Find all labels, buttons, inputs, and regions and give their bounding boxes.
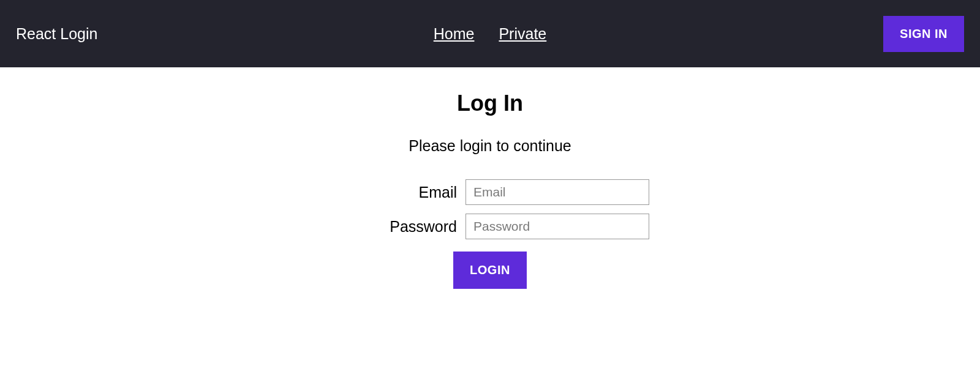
page-title: Log In: [457, 91, 523, 116]
main-content: Log In Please login to continue Email Pa…: [0, 67, 980, 289]
login-button[interactable]: LOGIN: [453, 252, 527, 289]
brand-title: React Login: [16, 25, 97, 43]
email-field[interactable]: [466, 179, 649, 205]
page-subtitle: Please login to continue: [409, 137, 571, 155]
navbar: React Login Home Private SIGN IN: [0, 0, 980, 67]
password-row: Password: [331, 214, 649, 239]
password-label: Password: [331, 218, 466, 236]
password-field[interactable]: [466, 214, 649, 239]
email-row: Email: [331, 179, 649, 205]
nav-links: Home Private: [434, 25, 547, 43]
signin-button[interactable]: SIGN IN: [883, 16, 964, 52]
login-form: Email Password LOGIN: [331, 179, 649, 289]
nav-link-home[interactable]: Home: [434, 25, 475, 43]
email-label: Email: [331, 184, 466, 201]
nav-link-private[interactable]: Private: [499, 25, 546, 43]
